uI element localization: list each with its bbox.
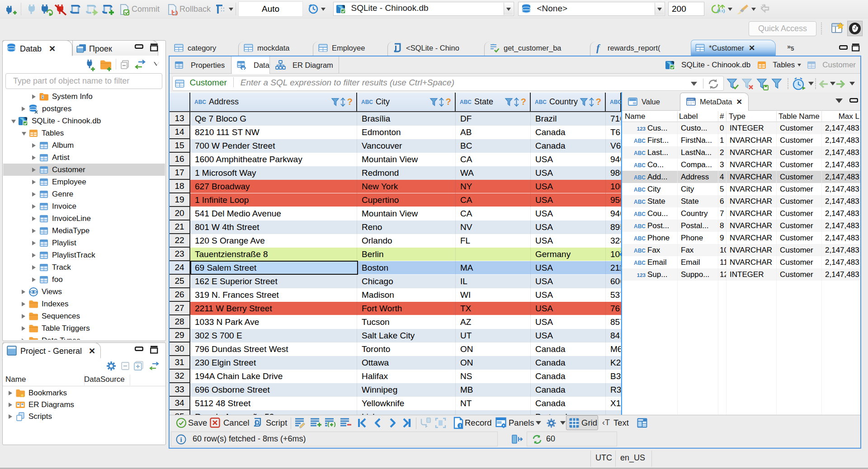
svg-text:f: f [596,42,601,53]
svg-text:i: i [180,436,182,443]
